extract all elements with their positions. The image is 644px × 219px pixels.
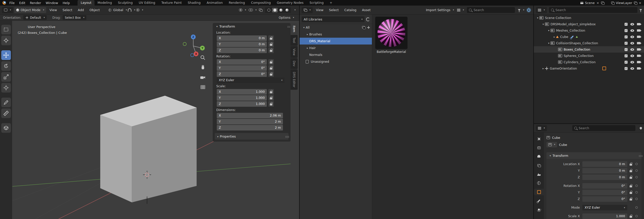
remove-viewlayer-icon[interactable] [639,1,641,5]
tool-measure-button[interactable] [1,108,11,118]
breadcrumb-data-name[interactable]: Cube [559,143,567,147]
lock-icon[interactable] [268,65,274,71]
camera-view-icon[interactable] [200,74,206,80]
cube-object[interactable] [100,96,197,202]
gizmos-dropdown[interactable] [239,8,246,12]
exclude-checkbox[interactable] [625,48,628,51]
snap-dropdown[interactable] [128,8,135,12]
tool-cursor-button[interactable] [1,36,11,45]
tab-world[interactable] [534,180,544,186]
menu-add[interactable]: Add [76,6,86,14]
navigation-gizmo[interactable]: Z Y X [181,33,205,58]
render-camera-icon[interactable] [637,61,640,63]
gizmo-toggle-icon[interactable] [239,8,242,12]
new-scene-icon[interactable] [601,2,604,4]
proportional-edit-dropdown[interactable] [136,8,143,12]
hide-eye-icon[interactable] [630,23,634,26]
render-camera-icon[interactable] [637,55,640,57]
menu-asset[interactable]: Asset [360,6,373,14]
keyframe-dot[interactable] [635,169,638,172]
lock-icon[interactable] [268,89,274,95]
workspace-tab-animation[interactable]: Animation [204,0,226,6]
scale-z-field[interactable]: Z1.000 [217,101,267,107]
catalog-item-hair[interactable]: Hair [300,45,372,51]
tab-render[interactable] [534,144,544,151]
shading-material-button[interactable] [278,8,284,12]
chevron-down-icon[interactable] [302,26,306,29]
editor-3d-viewport-icon[interactable] [2,7,13,13]
lock-icon[interactable] [628,168,633,173]
catalog-item-brushes[interactable]: Brushes [300,31,372,38]
rotation-x-field[interactable]: 0° [582,183,627,189]
object-data-dropdown[interactable] [546,142,557,147]
dimensions-x-field[interactable]: X2.06 m [217,113,283,118]
asset-filter-dropdown[interactable] [518,9,524,11]
rotation-y-field[interactable]: 0° [582,190,627,195]
properties-search-input[interactable] [572,126,635,130]
lock-icon[interactable] [628,161,633,167]
editor-outliner-icon[interactable] [536,7,547,13]
options-dropdown[interactable]: Options [279,16,296,19]
scale-x-field[interactable]: 1.000 [582,213,627,219]
overlays-dropdown[interactable] [249,9,257,12]
orientation-box-icon[interactable] [602,67,606,70]
mode-dropdown[interactable]: Object Mode [14,7,46,13]
lock-icon[interactable] [268,71,274,77]
keyframe-dot[interactable] [635,185,638,187]
location-x-field[interactable]: 0 m [582,161,627,167]
outliner-row-cylinders-collection[interactable]: Cylinders_Collection [534,59,644,65]
panel-grip-icon[interactable] [288,26,288,27]
outliner-row-collisionshapes[interactable]: CollisionShapes_Collection [534,40,644,46]
tool-rotate-button[interactable] [1,61,11,71]
outliner-row-cube[interactable]: Cube [534,34,644,40]
rotation-y-field[interactable]: Y0° [217,65,267,71]
zoom-icon[interactable] [200,55,206,61]
dimensions-y-field[interactable]: Y2 m [217,119,283,124]
chevron-down-icon[interactable] [536,16,539,19]
outliner-row-meshes-collection[interactable]: Meshes_Collection [534,27,644,34]
menu-help[interactable]: Help [60,0,72,6]
render-camera-icon[interactable] [637,29,640,32]
lock-icon[interactable] [268,95,274,101]
breadcrumb-object-name[interactable]: Cube [552,136,560,140]
hide-eye-icon[interactable] [630,67,634,70]
lock-icon[interactable] [268,35,274,41]
transform-panel-header[interactable]: Transform [546,152,641,159]
render-camera-icon[interactable] [637,42,640,44]
proportional-edit-icon[interactable] [136,8,139,12]
transform-orientation-dropdown[interactable]: Global [108,8,127,12]
tab-drs-editor[interactable]: DRS Editor [291,69,298,90]
rotation-z-field[interactable]: 0° [582,196,627,202]
tab-dev[interactable]: Dev [291,58,298,69]
workspace-tab-layout[interactable]: Layout [78,0,94,6]
new-viewlayer-icon[interactable] [634,2,637,4]
render-camera-icon[interactable] [637,23,640,25]
hide-eye-icon[interactable] [630,48,634,51]
tab-scene[interactable] [534,171,544,178]
panel-grip-icon[interactable] [285,136,286,137]
lock-icon[interactable] [628,183,633,189]
viewport-canvas[interactable]: User Perspective (242) Boxes_Collection … [0,21,299,219]
keyframe-dot[interactable] [635,176,638,178]
lock-icon[interactable] [268,48,274,53]
location-y-field[interactable]: Y0 m [217,41,267,47]
location-y-field[interactable]: 0 m [582,168,627,173]
library-dropdown[interactable]: All Libraries [302,16,365,22]
overlays-icon[interactable] [249,9,253,12]
tool-add-cube-button[interactable] [1,123,11,133]
keyframe-dot[interactable] [635,191,638,193]
asset-grid[interactable]: BattleforgeMaterial [372,15,533,219]
display-size-dropdown[interactable] [457,9,464,11]
tool-transform-button[interactable] [1,83,11,93]
tab-modifiers[interactable] [534,198,544,204]
exclude-checkbox[interactable] [625,54,628,57]
scene-unlink-icon[interactable] [597,1,599,5]
transform-panel-header[interactable]: Transform [213,23,291,30]
tab-tool[interactable] [534,136,544,142]
tab-item[interactable]: Item [291,23,298,35]
chevron-right-icon[interactable] [541,67,545,70]
add-catalog-icon[interactable] [367,26,370,29]
workspace-tab-scripting[interactable]: Scripting [306,0,327,6]
scale-y-field[interactable]: Y1.000 [217,95,267,101]
chevron-down-icon[interactable] [541,23,545,26]
